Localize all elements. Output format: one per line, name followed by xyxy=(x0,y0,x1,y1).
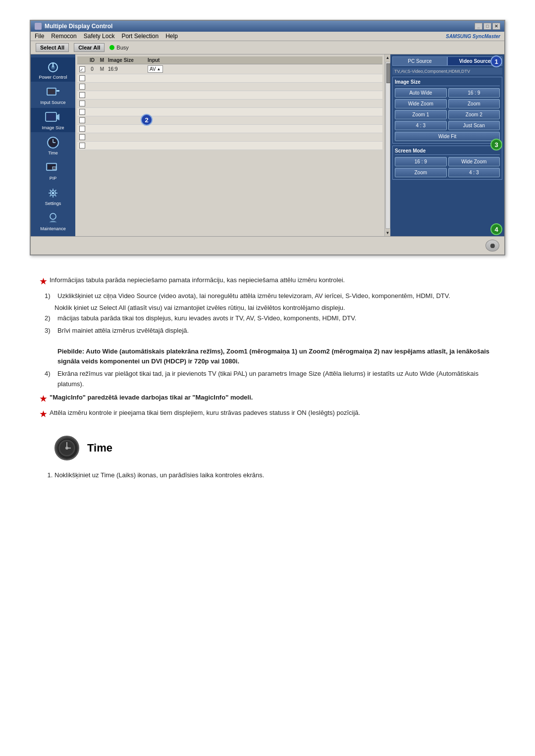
power-icon xyxy=(44,59,62,74)
svg-line-24 xyxy=(55,190,56,191)
btn-auto-wide[interactable]: Auto Wide xyxy=(395,88,447,98)
row-checkbox[interactable] xyxy=(77,64,87,74)
image-size-title: Image Size xyxy=(395,79,500,86)
btn-zoom2[interactable]: Zoom 2 xyxy=(448,110,500,119)
sidebar-item-pip[interactable]: PIP xyxy=(31,158,75,183)
table-row xyxy=(77,74,382,83)
sidebar-item-power-control[interactable]: Power Control xyxy=(31,57,75,82)
star-note-1-text: Informācijas tabula parāda nepieciešamo … xyxy=(50,275,345,288)
menu-help[interactable]: Help xyxy=(165,33,178,40)
image-size-icon xyxy=(44,110,62,125)
menu-bar-items: File Remocon Safety Lock Port Selection … xyxy=(35,33,178,40)
star-note-3-text: Attēla izmēru kontrole ir pieejama tikai… xyxy=(50,408,360,421)
application-window: Multiple Display Control _ □ ✕ File Remo… xyxy=(30,20,505,255)
btn-just-scan[interactable]: Just Scan xyxy=(448,121,500,130)
col-imgsize-header: Image Size xyxy=(107,56,147,64)
svg-line-23 xyxy=(50,195,51,196)
numbered-note-1: 1) Uzklikšķiniet uz ciļņa Video Source (… xyxy=(40,291,495,302)
maximize-button[interactable]: □ xyxy=(483,23,491,30)
checkbox-icon xyxy=(79,66,85,72)
svg-rect-5 xyxy=(56,90,59,92)
menu-file[interactable]: File xyxy=(35,33,44,40)
busy-indicator: Busy xyxy=(109,45,128,50)
menu-remocon[interactable]: Remocon xyxy=(51,33,76,40)
scroll-icon: ⏺ xyxy=(489,242,496,250)
checkbox-icon xyxy=(79,143,85,149)
table-row xyxy=(77,91,382,100)
checkbox-icon xyxy=(79,101,85,106)
sidebar-item-time[interactable]: Time xyxy=(31,133,75,157)
clear-all-button[interactable]: Clear All xyxy=(74,43,105,52)
btn-sm-zoom[interactable]: Zoom xyxy=(395,168,447,177)
table-row xyxy=(77,142,382,150)
close-button[interactable]: ✕ xyxy=(492,23,500,30)
scroll-track[interactable] xyxy=(385,62,390,229)
table-row xyxy=(77,125,382,133)
window-title: Multiple Display Control xyxy=(45,23,112,30)
svg-line-21 xyxy=(50,190,51,191)
image-size-section: Image Size Auto Wide 16 : 9 Wide Zoom Zo… xyxy=(392,77,502,144)
screen-mode-buttons: 16 : 9 Wide Zoom Zoom 4 : 3 xyxy=(395,157,500,177)
btn-wide-fit[interactable]: Wide Fit xyxy=(395,132,500,141)
btn-sm-4-3[interactable]: 4 : 3 xyxy=(448,168,500,177)
time-sidebar-icon xyxy=(44,135,62,150)
checkbox-icon xyxy=(79,117,85,123)
select-all-button[interactable]: Select All xyxy=(36,43,69,52)
star-icon-2: ★ xyxy=(40,393,47,405)
scroll-up-button[interactable]: ▲ xyxy=(385,54,391,61)
btn-wide-zoom[interactable]: Wide Zoom xyxy=(395,99,447,108)
sidebar-label-image: Image Size xyxy=(42,125,64,130)
note-3-text: Brīvi mainiet attēla izmērus izvēlētajā … xyxy=(57,327,189,334)
table-row xyxy=(77,108,382,116)
sidebar-label-power: Power Control xyxy=(39,75,67,80)
badge-number-2: 2 xyxy=(141,114,153,126)
note-num-4: 4) xyxy=(45,369,54,390)
input-dropdown[interactable]: AV▲ xyxy=(148,65,163,73)
source-info: TV,AV,S-Video,Component,HDMI,DTV xyxy=(392,68,502,75)
checkbox-icon xyxy=(79,75,85,81)
scrollbar[interactable]: ▲ ▼ xyxy=(384,54,390,236)
btn-4-3[interactable]: 4 : 3 xyxy=(395,121,447,130)
col-m-header: M xyxy=(97,56,107,64)
svg-point-25 xyxy=(50,213,56,219)
table-row: 0 M 16:9 AV▲ xyxy=(77,64,382,74)
tab-pc-source[interactable]: PC Source xyxy=(392,56,447,66)
badge-number-3: 3 xyxy=(490,139,502,151)
menu-port-selection[interactable]: Port Selection xyxy=(121,33,159,40)
star-note-2: ★ "MagicInfo" paredzētā ievade darbojas … xyxy=(40,393,495,405)
sidebar-item-input-source[interactable]: Input Source xyxy=(31,83,75,107)
table-row xyxy=(77,133,382,142)
col-id-header: ID xyxy=(87,56,97,64)
note-3-content: Brīvi mainiet attēla izmērus izvēlētajā … xyxy=(57,326,495,367)
svg-point-2 xyxy=(51,65,55,69)
minimize-button[interactable]: _ xyxy=(475,23,482,30)
sidebar-item-settings[interactable]: Settings xyxy=(31,184,75,208)
svg-point-16 xyxy=(52,192,54,195)
bottom-bar: ⏺ xyxy=(31,236,504,254)
btn-16-9[interactable]: 16 : 9 xyxy=(448,88,500,98)
bottom-scroll-button[interactable]: ⏺ xyxy=(485,240,499,252)
panel-tabs: PC Source Video Source xyxy=(392,56,502,66)
note-4-text: Ekrāna režīmus var pielāgot tikai tad, j… xyxy=(57,369,495,390)
row-input: AV▲ xyxy=(147,64,176,74)
btn-sm-16-9[interactable]: 16 : 9 xyxy=(395,157,447,166)
sidebar-item-image-size[interactable]: Image Size xyxy=(31,108,75,132)
note-1-sub-text: Noklik ķiniet uz Select All (atlasīt vis… xyxy=(54,304,345,311)
sidebar-item-maintenance[interactable]: Maintenance xyxy=(31,209,75,233)
numbered-note-3: 3) Brīvi mainiet attēla izmērus izvēlēta… xyxy=(40,326,495,367)
scroll-down-button[interactable]: ▼ xyxy=(385,230,391,236)
note-num-2: 2) xyxy=(45,313,54,324)
scroll-thumb[interactable] xyxy=(386,63,390,83)
btn-sm-wide-zoom[interactable]: Wide Zoom xyxy=(448,157,500,166)
svg-rect-14 xyxy=(53,167,56,169)
note-1-text: Uzklikšķiniet uz ciļņa Video Source (vid… xyxy=(57,291,450,302)
title-bar-controls: _ □ ✕ xyxy=(475,23,500,30)
table-panel: ID M Image Size Input 0 M 16:9 AV▲ xyxy=(75,54,384,236)
row-id: 0 xyxy=(87,64,97,74)
btn-zoom[interactable]: Zoom xyxy=(448,99,500,108)
note-1-sub: Noklik ķiniet uz Select All (atlasīt vis… xyxy=(40,303,495,313)
menu-safety-lock[interactable]: Safety Lock xyxy=(84,33,115,40)
menu-bar: File Remocon Safety Lock Port Selection … xyxy=(31,32,504,41)
btn-zoom1[interactable]: Zoom 1 xyxy=(395,110,447,119)
maintenance-icon xyxy=(44,211,62,226)
